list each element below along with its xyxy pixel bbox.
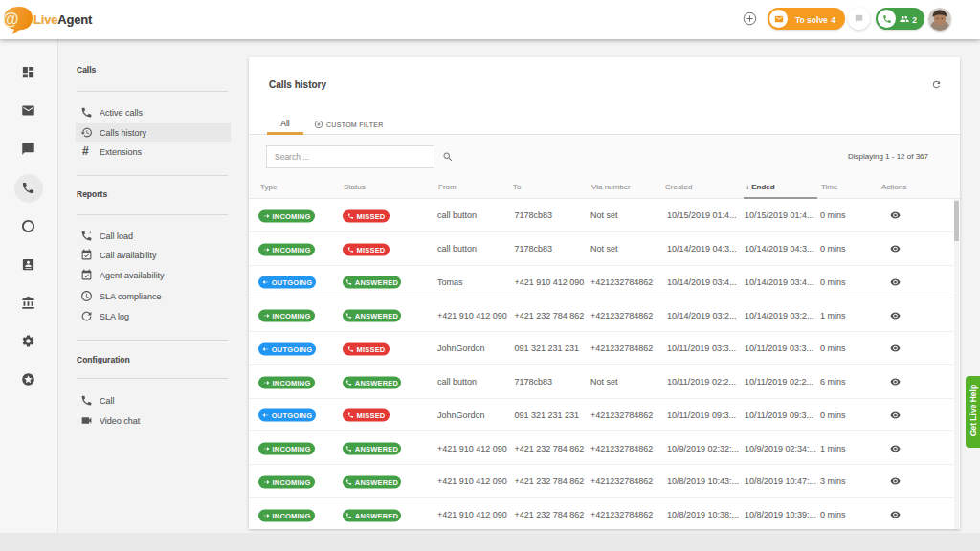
svg-text:@: @: [4, 10, 19, 29]
